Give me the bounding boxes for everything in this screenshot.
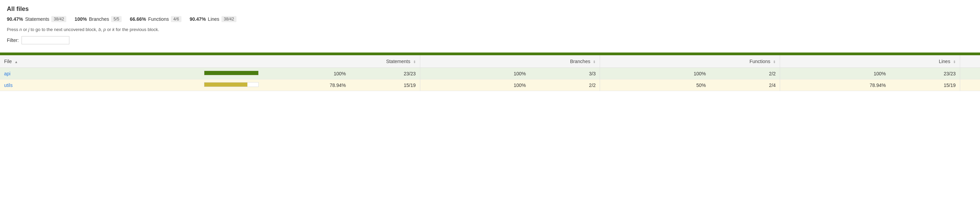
branch-frac-cell: 3/3 [530,68,600,79]
stat-group-lines: 90.47% Lines 38/42 [189,16,237,22]
stat-pct: 90.47% [7,16,23,22]
func-sort-icon: ⇕ [773,60,776,64]
divider-2 [600,55,620,68]
branch-pct-cell: 100% [440,79,530,91]
row-divider-3 [780,68,800,79]
divider-3 [780,55,800,68]
row-divider-2 [600,79,620,91]
file-link[interactable]: api [4,71,11,76]
stat-pct: 66.66% [130,16,146,22]
func-pct-cell: 50% [620,79,710,91]
progress-bar [204,71,259,75]
col-header-lines[interactable]: Lines ⇕ [800,55,960,68]
row-divider-3 [780,79,800,91]
divider-1 [420,55,440,68]
stat-pct: 90.47% [189,16,206,22]
row-divider-1 [420,79,440,91]
divider-4 [960,55,980,68]
branch-pct-cell: 100% [440,68,530,79]
file-sort-icon: ▲ [14,60,18,64]
progress-bar-fill [204,82,247,87]
stat-badge: 5/5 [111,16,122,22]
func-frac-cell: 2/2 [710,68,780,79]
stat-label: Lines [208,16,219,22]
coverage-table: File ▲ Statements ⇕ Branches ⇕ Functions… [0,55,980,91]
line-frac-cell: 23/23 [890,68,960,79]
row-divider-1 [420,68,440,79]
progress-bar [204,82,259,87]
filter-input[interactable] [22,36,69,44]
branch-sort-icon: ⇕ [593,60,596,64]
bar-cell [80,79,260,91]
stat-label: Branches [89,16,109,22]
row-divider-4 [960,68,980,79]
lines-sort-icon: ⇕ [953,60,956,64]
stat-group-statements: 90.47% Statements 38/42 [7,16,66,22]
stmt-frac-cell: 15/19 [350,79,420,91]
green-divider-bar [0,52,980,55]
file-name-cell: api [0,68,80,79]
file-link[interactable]: utils [4,82,13,88]
stmt-pct-cell: 78.94% [260,79,350,91]
branch-frac-cell: 2/2 [530,79,600,91]
row-divider-4 [960,79,980,91]
table-section: File ▲ Statements ⇕ Branches ⇕ Functions… [0,55,980,91]
table-row: api 100% 23/23 100% 3/3 100% 2/2 100% 23… [0,68,980,79]
col-header-functions[interactable]: Functions ⇕ [620,55,780,68]
line-pct-cell: 78.94% [800,79,890,91]
stmt-pct-cell: 100% [260,68,350,79]
stat-badge: 38/42 [51,16,66,22]
col-header-branches[interactable]: Branches ⇕ [440,55,600,68]
table-row: utils 78.94% 15/19 100% 2/2 50% 2/4 78.9… [0,79,980,91]
row-divider-2 [600,68,620,79]
line-pct-cell: 100% [800,68,890,79]
stat-label: Statements [25,16,49,22]
stat-label: Functions [148,16,169,22]
stmt-frac-cell: 23/23 [350,68,420,79]
progress-bar-fill [204,71,259,75]
file-name-cell: utils [0,79,80,91]
filter-row: Filter: [7,36,973,44]
table-header-row: File ▲ Statements ⇕ Branches ⇕ Functions… [0,55,980,68]
filter-label: Filter: [7,38,19,43]
stats-row: 90.47% Statements 38/42 100% Branches 5/… [7,16,973,22]
func-pct-cell: 100% [620,68,710,79]
stat-group-branches: 100% Branches 5/5 [75,16,122,22]
stat-pct: 100% [75,16,87,22]
bar-cell [80,68,260,79]
stat-group-functions: 66.66% Functions 4/6 [130,16,181,22]
col-header-file[interactable]: File ▲ [0,55,260,68]
line-frac-cell: 15/19 [890,79,960,91]
stat-badge: 38/42 [221,16,237,22]
func-frac-cell: 2/4 [710,79,780,91]
hint-text: Press n or j to go to the next uncovered… [7,27,973,32]
page-title: All files [7,5,973,13]
col-header-statements[interactable]: Statements ⇕ [260,55,420,68]
stat-badge: 4/6 [171,16,181,22]
stmt-sort-icon: ⇕ [413,60,416,64]
